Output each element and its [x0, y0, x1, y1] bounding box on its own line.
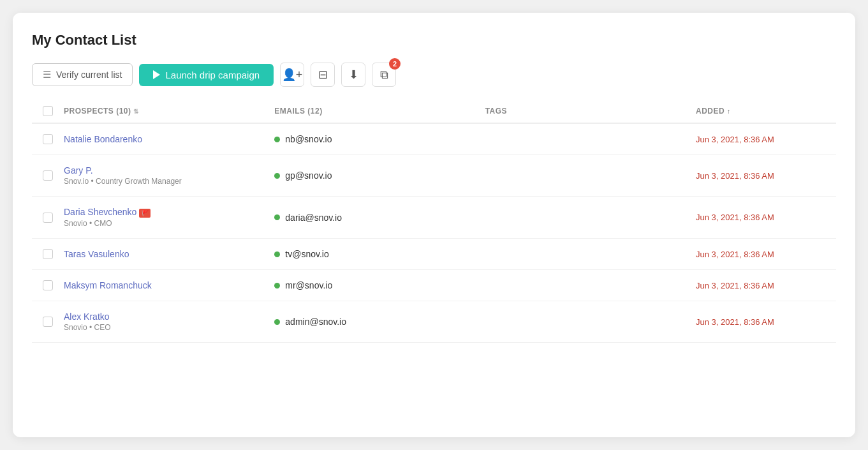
prospect-name-5[interactable]: Alex Kratko: [64, 311, 274, 322]
row-prospect-0: Natalie Bondarenko: [64, 134, 274, 144]
prospect-sub-2: Snovio • CMO: [64, 219, 274, 228]
filter-icon: ⊟: [318, 68, 328, 82]
row-checkbox-cell: [32, 317, 64, 327]
table-body: Natalie Bondarenko nb@snov.io Jun 3, 202…: [32, 124, 836, 343]
row-checkbox-5[interactable]: [43, 317, 53, 327]
toolbar: ☰ Verify current list Launch drip campai…: [32, 63, 836, 87]
row-prospect-3: Taras Vasulenko: [64, 249, 274, 259]
export-icon: ⬇: [349, 68, 358, 82]
prospect-name-1[interactable]: Gary P.: [64, 165, 274, 176]
prospect-name-4[interactable]: Maksym Romanchuck: [64, 280, 274, 290]
launch-button[interactable]: Launch drip campaign: [139, 64, 274, 86]
row-added-4: Jun 3, 2021, 8:36 AM: [696, 281, 836, 290]
filter-button[interactable]: ⊟: [311, 63, 335, 87]
play-icon: [153, 70, 160, 79]
row-prospect-4: Maksym Romanchuck: [64, 280, 274, 290]
page-title: My Contact List: [32, 32, 836, 49]
verify-icon: ☰: [43, 69, 51, 80]
row-checkbox-0[interactable]: [43, 134, 53, 144]
col-tags: TAGS: [485, 106, 696, 116]
row-prospect-2: Daria Shevchenko🚩 Snovio • CMO: [64, 207, 274, 228]
row-checkbox-cell: [32, 280, 64, 290]
row-email-3: tv@snov.io: [274, 249, 485, 259]
select-all-checkbox[interactable]: [43, 106, 53, 116]
launch-label: Launch drip campaign: [165, 70, 260, 80]
row-email-2: daria@snov.io: [274, 213, 485, 223]
email-address-2: daria@snov.io: [285, 213, 342, 223]
col-prospects-sort-icon: ⇅: [133, 108, 138, 115]
row-checkbox-cell: [32, 134, 64, 144]
email-address-4: mr@snov.io: [285, 280, 332, 290]
email-address-3: tv@snov.io: [285, 249, 328, 259]
export-button[interactable]: ⬇: [341, 63, 365, 87]
add-prospect-icon: 👤+: [282, 68, 303, 82]
row-added-3: Jun 3, 2021, 8:36 AM: [696, 250, 836, 259]
table-row: Daria Shevchenko🚩 Snovio • CMO daria@sno…: [32, 197, 836, 239]
row-added-2: Jun 3, 2021, 8:36 AM: [696, 213, 836, 222]
email-status-dot-2: [274, 214, 280, 220]
row-checkbox-1[interactable]: [43, 170, 53, 181]
col-prospects-label: PROSPECTS (10): [64, 107, 131, 116]
prospect-name-3[interactable]: Taras Vasulenko: [64, 249, 274, 259]
row-email-5: admin@snov.io: [274, 317, 485, 327]
table-row: Maksym Romanchuck mr@snov.io Jun 3, 2021…: [32, 270, 836, 301]
email-status-dot-5: [274, 319, 280, 325]
row-checkbox-2[interactable]: [43, 213, 53, 223]
col-added-label: ADDED: [696, 107, 725, 116]
main-container: My Contact List ☰ Verify current list La…: [13, 13, 855, 437]
row-prospect-5: Alex Kratko Snovio • CEO: [64, 311, 274, 332]
email-address-5: admin@snov.io: [285, 317, 346, 327]
email-status-dot-0: [274, 137, 280, 142]
flag-icon: 🚩: [139, 209, 151, 218]
email-address-0: nb@snov.io: [285, 134, 332, 144]
email-address-1: gp@snov.io: [285, 170, 332, 181]
row-checkbox-4[interactable]: [43, 280, 53, 290]
add-prospect-button[interactable]: 👤+: [280, 63, 304, 87]
row-email-0: nb@snov.io: [274, 134, 485, 144]
contacts-table: PROSPECTS (10) ⇅ EMAILS (12) TAGS ADDED …: [32, 106, 836, 343]
table-row: Alex Kratko Snovio • CEO admin@snov.io J…: [32, 301, 836, 343]
row-added-1: Jun 3, 2021, 8:36 AM: [696, 171, 836, 181]
col-emails-label: EMAILS (12): [274, 107, 322, 116]
prospect-name-2[interactable]: Daria Shevchenko🚩: [64, 207, 274, 218]
prospect-name-0[interactable]: Natalie Bondarenko: [64, 134, 274, 144]
copy-button[interactable]: ⧉ 2: [372, 63, 396, 87]
row-added-5: Jun 3, 2021, 8:36 AM: [696, 317, 836, 327]
col-added: ADDED ↑: [696, 106, 836, 116]
header-checkbox-cell: [32, 106, 64, 116]
email-status-dot-1: [274, 173, 280, 179]
col-added-sort-icon: ↑: [727, 108, 730, 115]
row-checkbox-cell: [32, 249, 64, 259]
prospect-sub-1: Snov.io • Country Growth Manager: [64, 177, 274, 186]
col-emails: EMAILS (12): [274, 106, 485, 116]
badge: 2: [389, 58, 401, 70]
table-row: Taras Vasulenko tv@snov.io Jun 3, 2021, …: [32, 239, 836, 270]
table-row: Natalie Bondarenko nb@snov.io Jun 3, 202…: [32, 124, 836, 155]
row-checkbox-cell: [32, 170, 64, 181]
col-prospects: PROSPECTS (10) ⇅: [64, 106, 274, 116]
prospect-sub-5: Snovio • CEO: [64, 323, 274, 332]
email-status-dot-4: [274, 283, 280, 289]
table-row: Gary P. Snov.io • Country Growth Manager…: [32, 155, 836, 197]
email-status-dot-3: [274, 251, 280, 257]
verify-label: Verify current list: [56, 70, 122, 80]
row-checkbox-cell: [32, 213, 64, 223]
copy-icon: ⧉: [380, 68, 388, 82]
row-added-0: Jun 3, 2021, 8:36 AM: [696, 135, 836, 144]
col-tags-label: TAGS: [485, 107, 507, 116]
row-prospect-1: Gary P. Snov.io • Country Growth Manager: [64, 165, 274, 186]
row-email-4: mr@snov.io: [274, 280, 485, 290]
row-email-1: gp@snov.io: [274, 170, 485, 181]
verify-button[interactable]: ☰ Verify current list: [32, 63, 133, 86]
table-header: PROSPECTS (10) ⇅ EMAILS (12) TAGS ADDED …: [32, 106, 836, 124]
row-checkbox-3[interactable]: [43, 249, 53, 259]
